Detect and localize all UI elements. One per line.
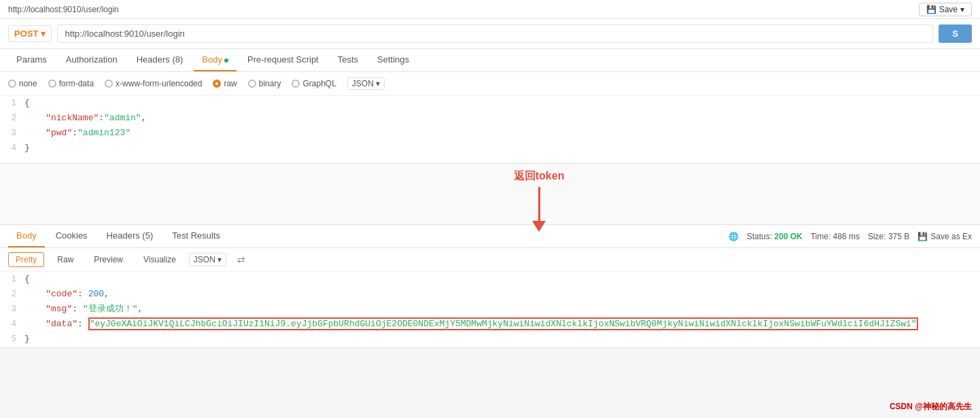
token-value: "eyJ0eXAiOiJKV1QiLCJhbGciOiJIUzI1NiJ9.ey… [88,317,918,330]
format-type-select[interactable]: JSON ▾ [189,253,226,266]
resp-tab-cookies[interactable]: Cookies [48,225,96,247]
request-tabs-row: Params Authorization Headers (8) Body Pr… [0,49,980,72]
radio-raw[interactable]: raw [213,79,237,88]
radio-none-dot [8,80,16,88]
format-raw[interactable]: Raw [50,252,81,267]
request-bar: POST ▾ S [0,19,980,49]
time-value: 486 ms [833,232,860,241]
top-bar: http://localhost:9010/user/login 💾 Save … [0,0,980,19]
status-label: Status: 200 OK [747,232,803,241]
tab-authorization[interactable]: Authorization [58,49,126,71]
tab-body[interactable]: Body [194,49,237,71]
save-as-icon: 💾 [917,232,928,241]
response-section: Body Cookies Headers (5) Test Results 🌐 … [0,225,980,347]
annotation-arrow [532,187,546,232]
request-body-editor[interactable]: 1 { 2 "nickName":"admin", 3 "pwd":"admin… [0,96,980,164]
save-as-label: Save as Ex [930,232,972,241]
format-type-arrow: ▾ [217,255,222,264]
tab-tests[interactable]: Tests [330,49,366,71]
json-type-label: JSON [352,79,374,88]
send-button[interactable]: S [939,24,972,43]
save-label: Save [939,5,958,14]
body-options: none form-data x-www-form-urlencoded raw… [0,72,980,96]
response-tabs: Body Cookies Headers (5) Test Results [8,225,228,247]
time-label: Time: 486 ms [811,232,860,241]
resp-line-4: 4 "data": "eyJ0eXAiOiJKV1QiLCJhbGciOiJIU… [0,317,980,332]
save-button[interactable]: 💾 Save ▾ [919,3,972,16]
radio-form-data-dot [48,80,56,88]
radio-graphql-dot [292,80,300,88]
radio-binary[interactable]: binary [248,79,281,88]
tab-params[interactable]: Params [8,49,55,71]
method-label: POST [14,29,38,39]
tab-pre-request[interactable]: Pre-request Script [239,49,327,71]
req-line-1: 1 { [0,96,980,111]
status-value: 200 OK [774,232,802,241]
req-line-4: 4 } [0,141,980,156]
req-line-3: 3 "pwd":"admin123" [0,126,980,141]
response-tabs-row: Body Cookies Headers (5) Test Results 🌐 … [0,225,980,248]
size-value: 375 B [888,232,909,241]
radio-graphql[interactable]: GraphQL [292,79,336,88]
resp-tab-test-results[interactable]: Test Results [164,225,228,247]
json-type-arrow: ▾ [376,79,380,88]
resp-tab-headers[interactable]: Headers (5) [99,225,162,247]
response-body-editor[interactable]: 1 { 2 "code": 200, 3 "msg": "登录成功！", 4 "… [0,272,980,347]
format-type-label: JSON [194,255,215,264]
radio-urlencoded[interactable]: x-www-form-urlencoded [105,79,202,88]
resp-line-3: 3 "msg": "登录成功！", [0,302,980,317]
radio-binary-dot [248,80,256,88]
tab-headers[interactable]: Headers (8) [128,49,192,71]
url-input[interactable] [57,24,933,43]
resp-line-1: 1 { [0,272,980,287]
save-icon: 💾 [926,5,937,14]
wrap-icon[interactable]: ⇄ [237,254,245,265]
response-meta: 🌐 Status: 200 OK Time: 486 ms Size: 375 … [729,232,972,241]
annotation-text: 返回token [514,169,565,184]
annotation-area: 返回token [0,164,980,225]
json-type-select[interactable]: JSON ▾ [347,77,385,90]
radio-raw-dot [213,80,221,88]
radio-urlencoded-dot [105,80,113,88]
size-label: Size: 375 B [868,232,909,241]
resp-tab-body[interactable]: Body [8,225,45,247]
resp-line-5: 5 } [0,332,980,347]
method-dropdown-arrow: ▾ [41,29,46,39]
radio-none[interactable]: none [8,79,37,88]
format-visualize[interactable]: Visualize [136,252,183,267]
top-bar-url: http://localhost:9010/user/login [8,5,119,14]
format-pretty[interactable]: Pretty [8,252,44,267]
radio-form-data[interactable]: form-data [48,79,94,88]
format-preview[interactable]: Preview [86,252,130,267]
globe-icon: 🌐 [729,232,739,241]
resp-line-2: 2 "code": 200, [0,287,980,302]
tab-settings[interactable]: Settings [369,49,417,71]
req-line-2: 2 "nickName":"admin", [0,111,980,126]
main-container: 〉 http://localhost:9010/user/login 💾 Sav… [0,0,980,347]
save-dropdown-arrow[interactable]: ▾ [960,5,964,14]
format-row: Pretty Raw Preview Visualize JSON ▾ ⇄ [0,248,980,272]
save-as-button[interactable]: 💾 Save as Ex [917,232,972,241]
method-select[interactable]: POST ▾ [8,25,52,42]
